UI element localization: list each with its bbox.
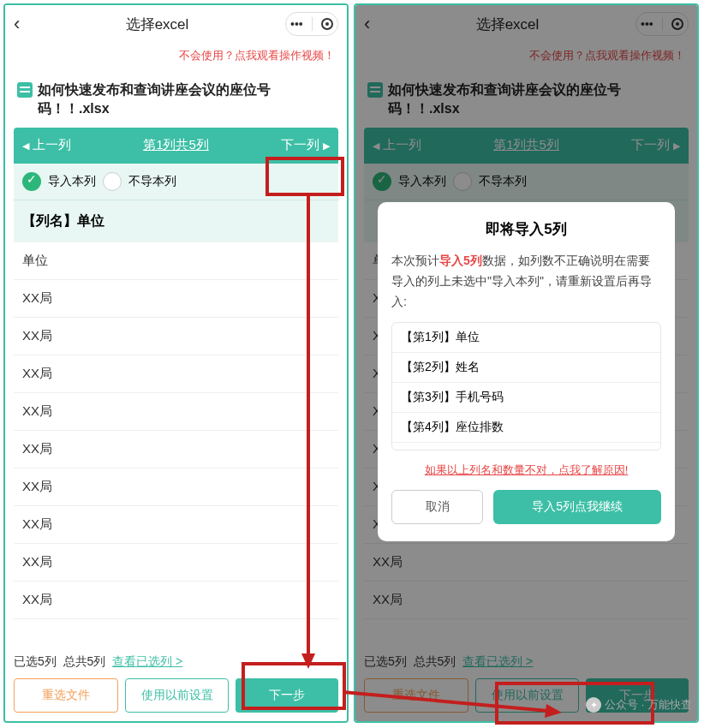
excel-icon bbox=[17, 82, 33, 98]
watermark: ✦ 公众号 · 万能快查 bbox=[586, 697, 692, 713]
reselect-file-button[interactable]: 重选文件 bbox=[14, 678, 118, 713]
import-no-label: 不导本列 bbox=[128, 174, 176, 189]
prev-column-button[interactable]: ◀ 上一列 bbox=[14, 137, 91, 153]
next-column-button[interactable]: 下一列 ▶ bbox=[261, 137, 338, 153]
view-selected-link[interactable]: 查看已选列 > bbox=[112, 654, 182, 668]
modal-warn-link[interactable]: 如果以上列名和数量不对，点我了解原因! bbox=[391, 462, 661, 478]
data-row: XX局 bbox=[14, 431, 338, 468]
data-rows: 单位 XX局 XX局 XX局 XX局 XX局 XX局 XX局 XX局 XX局 bbox=[14, 242, 338, 619]
topbar: ‹ 选择excel ••• bbox=[5, 5, 347, 43]
page-title: 选择excel bbox=[34, 15, 280, 34]
data-row: XX局 bbox=[14, 280, 338, 318]
help-link[interactable]: 不会使用？点我观看操作视频！ bbox=[5, 43, 347, 69]
import-no-radio[interactable] bbox=[103, 172, 122, 191]
import-confirm-modal: 即将导入5列 本次预计导入5列数据，如列数不正确说明在需要导入的列上未选中"导入… bbox=[378, 202, 675, 541]
filename: 如何快速发布和查询讲座会议的座位号码！！.xlsx bbox=[38, 81, 335, 119]
miniprogram-menu[interactable]: ••• bbox=[285, 12, 338, 36]
modal-column-item: 【第4列】座位排数 bbox=[392, 413, 660, 443]
wechat-icon: ✦ bbox=[586, 697, 601, 713]
data-row: XX局 bbox=[14, 544, 338, 582]
selection-summary: 已选5列 总共5列 查看已选列 > bbox=[14, 654, 338, 678]
column-indicator[interactable]: 第1列共5列 bbox=[91, 137, 261, 153]
column-name-header: 【列名】单位 bbox=[14, 200, 338, 242]
import-toggle-row: 导入本列 不导本列 bbox=[14, 164, 338, 200]
data-row: XX局 bbox=[14, 582, 338, 619]
data-row: XX局 bbox=[14, 506, 338, 544]
modal-description: 本次预计导入5列数据，如列数不正确说明在需要导入的列上未选中"导入本列"，请重新… bbox=[391, 251, 661, 312]
modal-column-item: 【第2列】姓名 bbox=[392, 353, 660, 383]
use-prev-settings-button[interactable]: 使用以前设置 bbox=[125, 678, 230, 713]
back-icon[interactable]: ‹ bbox=[14, 13, 34, 35]
column-nav: ◀ 上一列 第1列共5列 下一列 ▶ bbox=[14, 128, 338, 164]
phone-right: ‹ 选择excel ••• 不会使用？点我观看操作视频！ 如何快速发布和查询讲座… bbox=[354, 3, 699, 723]
data-row: XX局 bbox=[14, 355, 338, 393]
file-header: 如何快速发布和查询讲座会议的座位号码！！.xlsx bbox=[5, 69, 347, 128]
data-row: XX局 bbox=[14, 393, 338, 431]
data-row: XX局 bbox=[14, 318, 338, 355]
modal-column-item: 【第3列】手机号码 bbox=[392, 383, 660, 413]
footer: 已选5列 总共5列 查看已选列 > 重选文件 使用以前设置 下一步 bbox=[5, 646, 347, 721]
close-icon[interactable] bbox=[321, 18, 333, 30]
modal-column-item: 【第5列】座位号 bbox=[392, 443, 660, 451]
modal-column-item: 【第1列】单位 bbox=[392, 323, 660, 353]
modal-column-list: 【第1列】单位 【第2列】姓名 【第3列】手机号码 【第4列】座位排数 【第5列… bbox=[391, 322, 661, 451]
more-icon[interactable]: ••• bbox=[290, 17, 303, 31]
data-row: XX局 bbox=[14, 468, 338, 506]
phone-left: ‹ 选择excel ••• 不会使用？点我观看操作视频！ 如何快速发布和查询讲座… bbox=[3, 3, 349, 723]
data-row: 单位 bbox=[14, 242, 338, 280]
modal-title: 即将导入5列 bbox=[391, 219, 661, 239]
next-step-button[interactable]: 下一步 bbox=[236, 678, 338, 713]
import-yes-label: 导入本列 bbox=[48, 174, 96, 189]
modal-confirm-button[interactable]: 导入5列点我继续 bbox=[493, 490, 661, 524]
import-yes-radio[interactable] bbox=[22, 172, 41, 191]
modal-cancel-button[interactable]: 取消 bbox=[391, 490, 483, 524]
